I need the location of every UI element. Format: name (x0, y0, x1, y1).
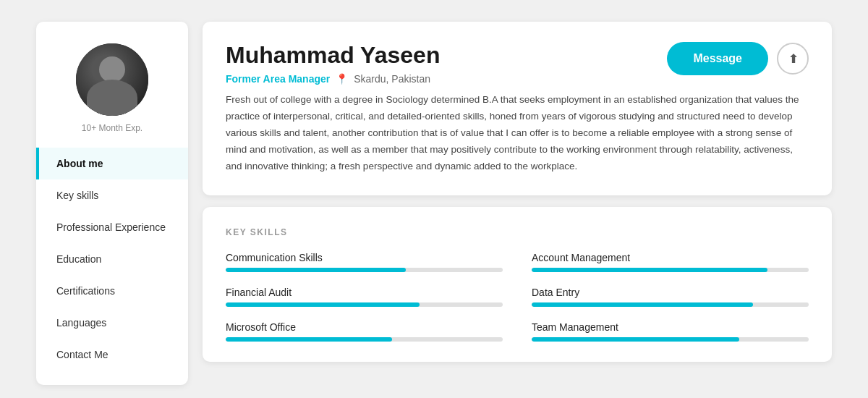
sidebar-item-contact-me[interactable]: Contact Me (36, 339, 188, 371)
sidebar-item-about[interactable]: About me (36, 148, 188, 179)
skill-bar-bg (532, 337, 809, 342)
skill-name: Team Management (532, 321, 809, 333)
skill-name: Account Management (532, 252, 809, 263)
skills-card: KEY SKILLS Communication Skills Account … (203, 207, 832, 362)
location-pin-icon: 📍 (336, 73, 348, 85)
share-icon: ⬆ (788, 52, 798, 66)
sidebar-nav: About meKey skillsProfessional Experienc… (36, 148, 188, 371)
skill-item: Financial Audit (226, 287, 503, 307)
skill-item: Data Entry (532, 287, 809, 307)
skill-bar-bg (226, 302, 503, 307)
skill-bar-fill (226, 337, 392, 342)
sidebar-item-certifications[interactable]: Certifications (36, 275, 188, 307)
role-title: Former Area Manager (226, 73, 330, 85)
skill-name: Communication Skills (226, 252, 503, 263)
skill-bar-fill (532, 337, 739, 342)
skill-item: Account Management (532, 252, 809, 272)
location-text: Skardu, Pakistan (354, 73, 430, 85)
skills-section-title: KEY SKILLS (226, 227, 809, 237)
share-button[interactable]: ⬆ (777, 43, 809, 75)
skill-bar-fill (532, 302, 753, 307)
skill-bar-bg (226, 268, 503, 272)
main-content: Muhammad Yaseen Former Area Manager 📍 Sk… (203, 22, 832, 385)
skill-bar-bg (532, 302, 809, 307)
profile-card: Muhammad Yaseen Former Area Manager 📍 Sk… (203, 22, 832, 195)
profile-bio: Fresh out of college with a degree in So… (226, 92, 809, 175)
avatar (76, 43, 148, 116)
sidebar-item-professional-experience[interactable]: Professional Experience (36, 211, 188, 243)
sidebar: 10+ Month Exp. About meKey skillsProfess… (36, 22, 188, 385)
skill-bar-fill (532, 268, 767, 272)
sidebar-item-key-skills[interactable]: Key skills (36, 179, 188, 211)
skill-bar-fill (226, 302, 420, 307)
skill-item: Team Management (532, 321, 809, 342)
skill-bar-bg (226, 337, 503, 342)
profile-role: Former Area Manager 📍 Skardu, Pakistan (226, 73, 440, 85)
sidebar-item-languages[interactable]: Languages (36, 307, 188, 339)
skill-bar-fill (226, 268, 406, 272)
avatar-image (76, 43, 148, 116)
skill-item: Microsoft Office (226, 321, 503, 342)
profile-name: Muhammad Yaseen (226, 42, 440, 69)
skill-bar-bg (532, 268, 809, 272)
profile-actions: Message ⬆ (667, 42, 809, 75)
skill-name: Microsoft Office (226, 321, 503, 333)
sidebar-item-education[interactable]: Education (36, 243, 188, 275)
skills-grid: Communication Skills Account Management … (226, 252, 809, 342)
message-button[interactable]: Message (667, 42, 768, 75)
page-container: 10+ Month Exp. About meKey skillsProfess… (36, 22, 832, 385)
skill-item: Communication Skills (226, 252, 503, 272)
skill-name: Financial Audit (226, 287, 503, 298)
experience-label: 10+ Month Exp. (82, 123, 142, 133)
profile-header: Muhammad Yaseen Former Area Manager 📍 Sk… (226, 42, 809, 85)
profile-info: Muhammad Yaseen Former Area Manager 📍 Sk… (226, 42, 440, 85)
skill-name: Data Entry (532, 287, 809, 298)
